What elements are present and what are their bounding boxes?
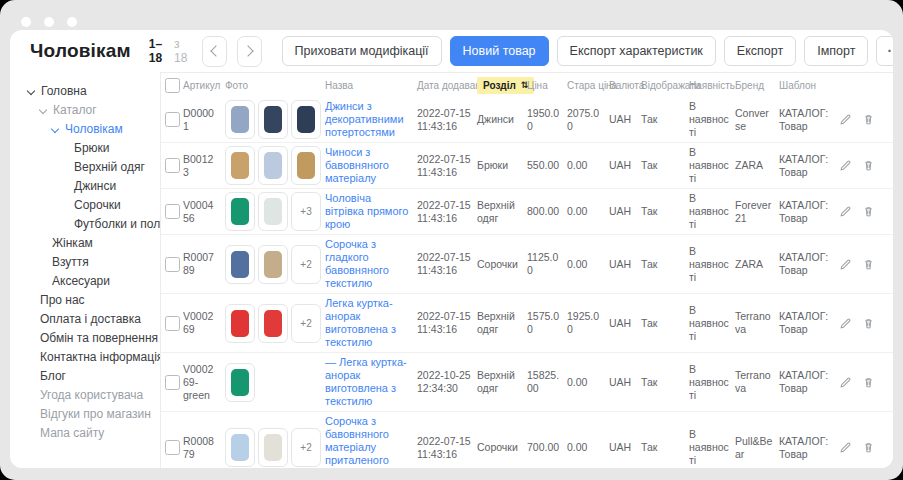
delete-icon[interactable]: [862, 159, 875, 172]
delete-icon[interactable]: [862, 376, 875, 389]
col-brand[interactable]: Бренд: [735, 80, 779, 91]
product-photo[interactable]: [258, 428, 288, 467]
col-date[interactable]: Дата додавання: [417, 80, 477, 91]
sidebar-item-sorochky[interactable]: Сорочки: [28, 196, 160, 215]
product-photo[interactable]: [225, 245, 255, 284]
sku-cell: R000789: [183, 248, 225, 280]
row-checkbox[interactable]: [165, 204, 180, 219]
delete-icon[interactable]: [862, 205, 875, 218]
product-name-link[interactable]: — Легка куртка-анорак виготовлена з текс…: [325, 356, 411, 408]
minimize-window-icon[interactable]: [44, 17, 54, 27]
product-photo[interactable]: [258, 245, 288, 284]
product-name-link[interactable]: Чоловіча вітрівка прямого крою: [325, 192, 411, 231]
product-name-link[interactable]: Легка куртка-анорак виготовлена з тексти…: [325, 297, 411, 349]
hide-modifications-button[interactable]: Приховати модифікації: [282, 36, 442, 66]
close-window-icon[interactable]: [21, 17, 31, 27]
sidebar-item-futbolky[interactable]: Футболки и поло: [28, 215, 160, 234]
more-photos-badge[interactable]: +2: [291, 304, 321, 343]
product-photo[interactable]: [225, 100, 255, 139]
table-row: D00001 Джинси з декоративними потертостя…: [161, 97, 893, 142]
prev-page-button[interactable]: [202, 36, 227, 67]
sidebar-item-mapa[interactable]: Мапа сайту: [28, 424, 160, 443]
col-photo[interactable]: Фото: [225, 80, 325, 91]
product-photo[interactable]: [258, 100, 288, 139]
product-photo[interactable]: [225, 363, 255, 402]
next-page-button[interactable]: [237, 36, 262, 67]
col-currency[interactable]: Валюта: [609, 80, 641, 91]
sidebar-item-zhinkam[interactable]: Жінкам: [28, 234, 160, 253]
sidebar-item-oplata[interactable]: Оплата і доставка: [28, 310, 160, 329]
product-photo[interactable]: [225, 428, 255, 467]
col-name[interactable]: Назва: [325, 80, 417, 91]
more-options-button[interactable]: ···: [876, 36, 893, 66]
old-price-cell: 2075.00: [567, 104, 609, 136]
product-photo[interactable]: [291, 146, 321, 185]
sidebar-item-aksesuary[interactable]: Аксесуари: [28, 272, 160, 291]
select-all-checkbox[interactable]: [165, 78, 180, 93]
category-cell: Сорочки: [477, 255, 527, 274]
product-photo[interactable]: [291, 100, 321, 139]
old-price-cell: 1925.00: [567, 307, 609, 339]
product-photo[interactable]: [258, 192, 288, 231]
product-name-link[interactable]: Джинси з декоративними потертостями: [325, 100, 411, 139]
product-photo[interactable]: [225, 192, 255, 231]
brand-cell: Forever 21: [735, 196, 779, 228]
col-sku[interactable]: Артикул: [183, 80, 225, 91]
row-checkbox[interactable]: [165, 158, 180, 173]
product-photo[interactable]: [258, 304, 288, 343]
table-row: V000456 +3 Чоловіча вітрівка прямого кро…: [161, 188, 893, 234]
sidebar-item-kontaktna[interactable]: Контактна інформація: [28, 348, 160, 367]
edit-icon[interactable]: [839, 441, 852, 454]
new-product-button[interactable]: Новий товар: [450, 36, 549, 66]
edit-icon[interactable]: [839, 317, 852, 330]
delete-icon[interactable]: [862, 441, 875, 454]
product-name-link[interactable]: Сорочка з бавовняного матеріалу притален…: [325, 415, 411, 468]
col-availability[interactable]: Наявність: [689, 80, 735, 91]
row-checkbox[interactable]: [165, 440, 180, 455]
col-price[interactable]: Ціна: [527, 80, 567, 91]
delete-icon[interactable]: [862, 113, 875, 126]
maximize-window-icon[interactable]: [67, 17, 77, 27]
template-cell: КАТАЛОГ: Товар: [779, 307, 839, 339]
col-template[interactable]: Шаблон: [779, 80, 839, 91]
sidebar-item-obmin[interactable]: Обмін та повернення: [28, 329, 160, 348]
export-button[interactable]: Експорт: [724, 36, 796, 66]
row-checkbox[interactable]: [165, 257, 180, 272]
sidebar-item-bryuky[interactable]: Брюки: [28, 139, 160, 158]
import-button[interactable]: Імпорт: [804, 36, 868, 66]
sidebar-item-bloh[interactable]: Блог: [28, 367, 160, 386]
product-photo[interactable]: [258, 146, 288, 185]
export-characteristics-button[interactable]: Експорт характеристик: [557, 36, 716, 66]
sidebar-item-verkhniy-odyah[interactable]: Верхній одяг: [28, 158, 160, 177]
sidebar-item-pro-nas[interactable]: Про нас: [28, 291, 160, 310]
edit-icon[interactable]: [839, 258, 852, 271]
sidebar-item-kataloh[interactable]: Каталог: [28, 101, 160, 120]
sidebar-item-vidhuky[interactable]: Відгуки про магазин: [28, 405, 160, 424]
product-name-link[interactable]: Чиноси з бавовняного матеріалу: [325, 146, 411, 185]
template-cell: КАТАЛОГ: Товар: [779, 196, 839, 228]
product-photo[interactable]: [225, 304, 255, 343]
row-checkbox[interactable]: [165, 375, 180, 390]
sidebar-item-cholovikam[interactable]: Чоловікам: [28, 120, 160, 139]
delete-icon[interactable]: [862, 258, 875, 271]
product-photo[interactable]: [225, 146, 255, 185]
more-photos-badge[interactable]: +3: [291, 192, 321, 231]
sidebar-item-holovna[interactable]: Головна: [28, 82, 160, 101]
more-photos-badge[interactable]: +2: [291, 428, 321, 467]
edit-icon[interactable]: [839, 159, 852, 172]
delete-icon[interactable]: [862, 317, 875, 330]
col-category-sorted[interactable]: Розділ⇅: [477, 77, 527, 94]
more-photos-badge[interactable]: +2: [291, 245, 321, 284]
product-name-link[interactable]: Сорочка з гладкого бавовняного текстилю: [325, 238, 411, 290]
col-old-price[interactable]: Стара ціна: [567, 80, 609, 91]
sidebar-item-dzhynsy[interactable]: Джинси: [28, 177, 160, 196]
table-row: R000789 +2 Сорочка з гладкого бавовняног…: [161, 234, 893, 293]
col-display[interactable]: Відображати: [641, 80, 689, 91]
edit-icon[interactable]: [839, 376, 852, 389]
edit-icon[interactable]: [839, 113, 852, 126]
row-checkbox[interactable]: [165, 316, 180, 331]
sidebar-item-uhoda[interactable]: Угода користувача: [28, 386, 160, 405]
sidebar-item-vzuttya[interactable]: Взуття: [28, 253, 160, 272]
row-checkbox[interactable]: [165, 112, 180, 127]
edit-icon[interactable]: [839, 205, 852, 218]
